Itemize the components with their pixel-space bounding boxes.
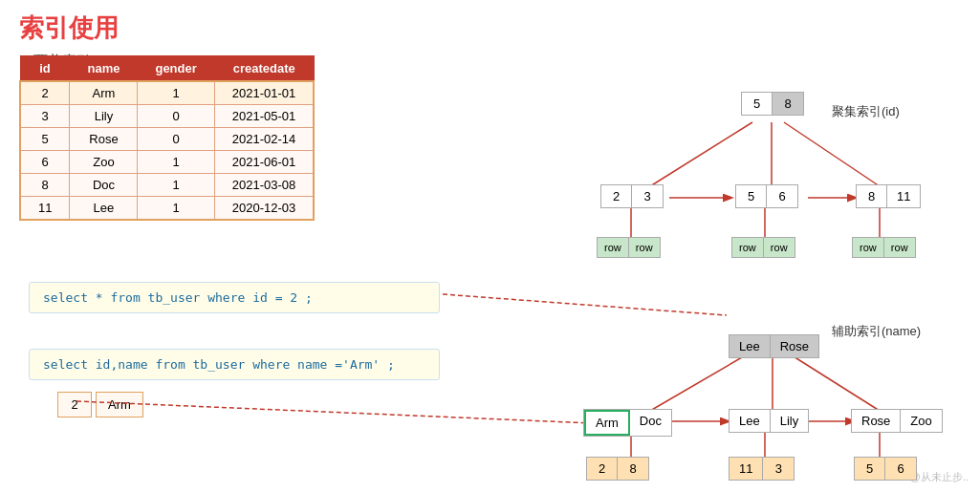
svg-line-0 — [650, 122, 752, 186]
svg-line-17 — [76, 401, 593, 423]
table-row: 6Zoo12021-06-01 — [20, 151, 314, 174]
sql-box-1: select * from tb_user where id = 2 ; — [29, 282, 440, 313]
aux-doc: Doc — [630, 410, 671, 436]
data-table-section: id name gender createdate 2Arm12021-01-0… — [19, 55, 315, 221]
aux-root-rose: Rose — [771, 335, 818, 357]
l1-mid-6: 6 — [767, 185, 797, 207]
table-cell: 2020-12-03 — [214, 197, 314, 221]
l1-left-2: 2 — [601, 185, 632, 207]
level1-mid-node: 5 6 — [735, 184, 798, 208]
table-cell: Arm — [70, 81, 138, 105]
table-row: 11Lee12020-12-03 — [20, 197, 314, 221]
result-name: Arm — [96, 392, 143, 417]
level1-mid-sub: row row — [731, 237, 795, 258]
col-id: id — [20, 56, 70, 82]
l1-left-3: 3 — [632, 185, 663, 207]
svg-line-9 — [650, 353, 749, 411]
level1-right-node: 8 11 — [856, 184, 921, 208]
table-cell: 2021-03-08 — [214, 174, 314, 197]
sub-row-4: row — [764, 238, 795, 257]
svg-line-2 — [784, 122, 880, 186]
page-title: 索引使用 — [0, 0, 980, 51]
root-cell-8: 8 — [773, 93, 803, 115]
l1-right-11: 11 — [887, 185, 920, 207]
clustered-index-label: 聚集索引(id) — [832, 103, 900, 120]
aux-arm: Arm — [584, 410, 630, 436]
sub-row-1: row — [598, 238, 629, 257]
table-row: 5Rose02021-02-14 — [20, 128, 314, 151]
aux-mid-sub: 11 3 — [729, 457, 795, 481]
table-cell: 0 — [138, 128, 214, 151]
level1-left-node: 2 3 — [600, 184, 664, 208]
aux-zoo: Zoo — [901, 410, 941, 432]
table-row: 3Lily02021-05-01 — [20, 105, 314, 128]
col-createdate: createdate — [214, 56, 314, 82]
svg-line-8 — [443, 294, 727, 315]
aux-right-node: Rose Zoo — [851, 409, 943, 433]
table-cell: Doc — [70, 174, 138, 197]
sql-box-2: select id,name from tb_user where name =… — [29, 349, 440, 380]
col-name: name — [70, 56, 138, 82]
aux-lily: Lily — [771, 410, 809, 432]
table-cell: 2021-06-01 — [214, 151, 314, 174]
sub-row-5: row — [853, 238, 884, 257]
table-cell: Rose — [70, 128, 138, 151]
table-cell: 2021-02-14 — [214, 128, 314, 151]
root-cell-5: 5 — [742, 93, 773, 115]
table-cell: Lily — [70, 105, 138, 128]
table-row: 2Arm12021-01-01 — [20, 81, 314, 105]
aux-right-sub: 5 6 — [854, 457, 917, 481]
table-cell: 2021-05-01 — [214, 105, 314, 128]
col-gender: gender — [138, 56, 214, 82]
aux-sub-5: 5 — [855, 458, 885, 480]
root-node: 5 8 — [741, 92, 804, 116]
svg-line-11 — [789, 353, 880, 411]
table-cell: 1 — [138, 81, 214, 105]
aux-sub-6: 6 — [885, 458, 916, 480]
l1-right-8: 8 — [857, 185, 887, 207]
sub-row-6: row — [884, 238, 915, 257]
data-table: id name gender createdate 2Arm12021-01-0… — [19, 55, 315, 221]
aux-root-node: Lee Rose — [729, 334, 819, 358]
aux-left-sub: 2 8 — [586, 457, 649, 481]
table-cell: 3 — [20, 105, 70, 128]
table-cell: 11 — [20, 197, 70, 221]
table-cell: 2021-01-01 — [214, 81, 314, 105]
aux-left-node: Arm Doc — [583, 409, 672, 437]
table-cell: 8 — [20, 174, 70, 197]
table-row: 8Doc12021-03-08 — [20, 174, 314, 197]
level1-left-sub: row row — [597, 237, 661, 258]
level1-right-sub: row row — [852, 237, 916, 258]
aux-sub-8: 8 — [618, 458, 648, 480]
table-cell: 1 — [138, 197, 214, 221]
table-cell: 5 — [20, 128, 70, 151]
aux-sub-11: 11 — [730, 458, 763, 480]
aux-lee: Lee — [730, 410, 771, 432]
table-cell: Lee — [70, 197, 138, 221]
aux-rose: Rose — [852, 410, 901, 432]
result-boxes: 2 Arm — [57, 392, 143, 417]
table-cell: Zoo — [70, 151, 138, 174]
table-cell: 6 — [20, 151, 70, 174]
aux-sub-2: 2 — [587, 458, 618, 480]
table-cell: 0 — [138, 105, 214, 128]
table-cell: 1 — [138, 174, 214, 197]
secondary-index-label: 辅助索引(name) — [832, 323, 921, 340]
aux-root-lee: Lee — [730, 335, 771, 357]
aux-mid-node: Lee Lily — [729, 409, 809, 433]
table-cell: 1 — [138, 151, 214, 174]
l1-mid-5: 5 — [736, 185, 767, 207]
aux-sub-3: 3 — [763, 458, 794, 480]
result-id: 2 — [57, 392, 92, 417]
sub-row-3: row — [732, 238, 764, 257]
sub-row-2: row — [629, 238, 660, 257]
table-cell: 2 — [20, 81, 70, 105]
